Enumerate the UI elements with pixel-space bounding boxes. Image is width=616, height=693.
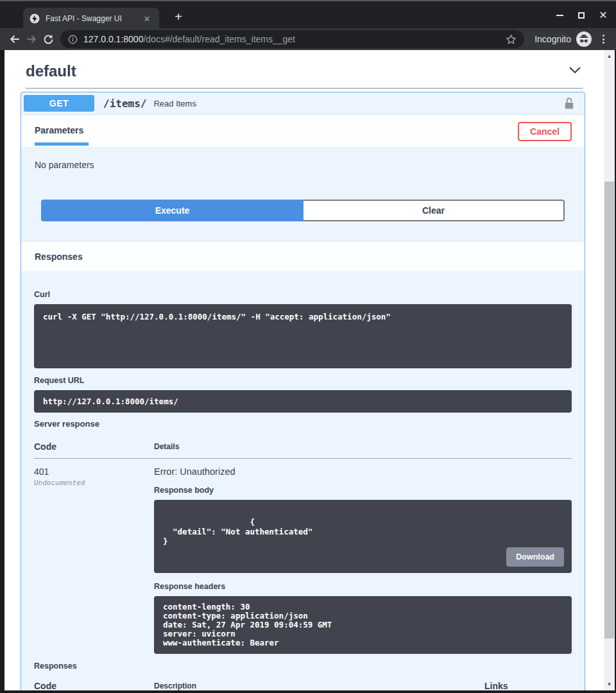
window-close-button[interactable]: ✕ [599, 12, 607, 19]
window-minimize-button[interactable] [556, 12, 563, 19]
no-parameters-text: No parameters [35, 160, 571, 170]
response-headers-label: Response headers [154, 582, 572, 591]
swagger-page: default GET /items/ Read Items Parameter… [4, 50, 615, 690]
request-url-value: http://127.0.0.1:8000/items/ [34, 390, 572, 413]
request-url-label: Request URL [34, 376, 572, 385]
operation-summary: Read Items [153, 99, 196, 108]
incognito-icon [576, 31, 592, 47]
parameters-header: Parameters Cancel [21, 115, 585, 147]
curl-command: curl -X GET "http://127.0.0.1:8000/items… [34, 304, 572, 368]
opblock-summary[interactable]: GET /items/ Read Items [21, 92, 585, 115]
server-response-label: Server response [34, 419, 572, 429]
browser-titlebar: Fast API - Swagger UI ✕ + ✕ [0, 0, 616, 28]
operation-path: /items/ [103, 98, 146, 110]
documented-responses-label: Responses [34, 662, 572, 671]
execute-button[interactable]: Execute [41, 200, 304, 221]
browser-menu-icon[interactable] [597, 31, 610, 47]
clear-button[interactable]: Clear [304, 200, 565, 221]
column-header-description: Description [154, 676, 484, 690]
response-error-title: Error: Unauthorized [154, 466, 572, 477]
chevron-down-icon[interactable] [567, 64, 583, 79]
tag-divider [26, 88, 583, 89]
window-maximize-button[interactable] [578, 12, 585, 19]
back-button[interactable] [6, 31, 23, 47]
url-path: /docs#/default/read_items_items__get [143, 34, 295, 44]
incognito-label: Incognito [535, 34, 571, 44]
parameters-tab-underline [35, 142, 89, 146]
column-header-code: Code [34, 676, 154, 690]
undocumented-note: Undocumented [34, 479, 154, 487]
tag-section-header[interactable]: default [4, 50, 604, 80]
tag-title: default [26, 62, 76, 80]
cancel-button[interactable]: Cancel [518, 122, 572, 141]
execute-button-group: Execute Clear [41, 200, 565, 221]
download-button[interactable]: Download [506, 547, 564, 567]
responses-section-title: Responses [21, 241, 585, 271]
address-bar[interactable]: 127.0.0.1:8000/docs#/default/read_items_… [60, 30, 524, 48]
response-headers-block: content-length: 30 content-type: applica… [154, 596, 572, 654]
forward-button[interactable] [23, 31, 40, 47]
new-tab-button[interactable]: + [169, 8, 187, 26]
tab-close-icon[interactable]: ✕ [141, 13, 153, 24]
tab-parameters: Parameters [35, 125, 83, 135]
fastapi-favicon-icon [30, 13, 40, 24]
reload-button[interactable] [40, 31, 56, 47]
column-header-details: Details [154, 436, 572, 459]
scrollbar-down-icon[interactable]: ▼ [604, 681, 615, 687]
server-response-table: Code Details 401 Undocumented Error: Una… [34, 436, 572, 654]
scrollbar-up-icon[interactable]: ▲ [604, 53, 615, 59]
url-text: 127.0.0.1:8000/docs#/default/read_items_… [83, 34, 506, 44]
response-body-block: { "detail": "Not authenticated" } Downlo… [154, 500, 572, 573]
bookmark-star-icon[interactable] [506, 34, 517, 45]
server-response-row: 401 Undocumented Error: Unauthorized Res… [34, 459, 572, 654]
page-info-icon[interactable] [68, 35, 78, 44]
response-body-json: { "detail": "Not authenticated" } [163, 517, 312, 546]
column-header-code: Code [34, 436, 154, 459]
scrollbar-thumb[interactable] [604, 182, 614, 638]
method-badge: GET [24, 95, 94, 112]
auth-lock-icon[interactable] [563, 97, 576, 110]
column-header-links: Links [484, 676, 572, 690]
curl-label: Curl [34, 290, 572, 299]
opblock-get-items: GET /items/ Read Items Parameters Cancel… [21, 92, 585, 690]
page-scrollbar[interactable]: ▲ ▼ [604, 50, 615, 690]
response-status-code: 401 [34, 466, 154, 477]
documented-responses-table: Code Description Links 200 Successful Re… [34, 676, 572, 690]
response-body-label: Response body [154, 486, 572, 495]
browser-tab[interactable]: Fast API - Swagger UI ✕ [23, 8, 159, 30]
url-host: 127.0.0.1:8000 [83, 34, 143, 44]
tab-title: Fast API - Swagger UI [46, 14, 141, 23]
browser-toolbar: 127.0.0.1:8000/docs#/default/read_items_… [0, 28, 616, 50]
